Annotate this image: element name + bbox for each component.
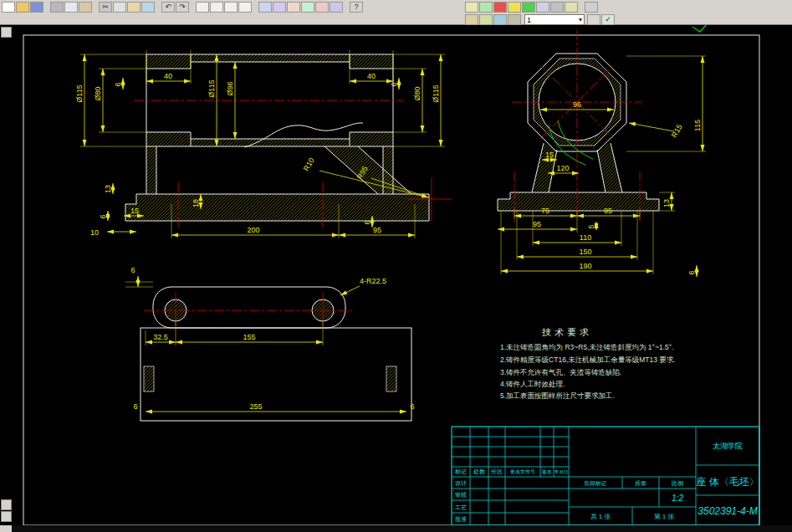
tb-label-mark: 标记 (454, 468, 467, 475)
drawing-sheet: 40 40 6 Ø115 Ø80 Ø115 Ø96 6 Ø80 Ø115 13 … (0, 25, 792, 525)
toolbar-row2-icons (465, 14, 522, 25)
make-layer-current-icon[interactable] (465, 14, 478, 25)
dim-6-plan-left: 6 (133, 402, 137, 411)
layer-freeze-icon[interactable] (493, 14, 507, 25)
dim-96: 96 (573, 100, 581, 109)
named-view-green-icon[interactable] (522, 2, 535, 13)
chevron-down-icon: ▾ (579, 16, 582, 23)
undo-icon[interactable]: ↶ (161, 2, 175, 13)
plan-hatch (144, 299, 396, 391)
plot-preview-icon[interactable] (64, 2, 78, 13)
tb-sheets-total: 共 1 张 (590, 513, 611, 520)
dim-6-lower-right: 6 (363, 220, 371, 224)
plot-icon[interactable] (50, 2, 64, 13)
tb-label-scale: 比例 (672, 480, 683, 487)
plan-view: 6 4-R22.5 32.5 155 255 6 6 (125, 266, 415, 421)
properties-icon[interactable] (258, 2, 272, 13)
redo-icon[interactable]: ↷ (176, 2, 189, 13)
left-dock-button-2[interactable] (1, 511, 12, 522)
render-icon[interactable] (550, 2, 564, 13)
toolbar-row1: ✂↶↷? (2, 1, 364, 13)
dim-6-plan-top: 6 (130, 266, 135, 274)
save-icon[interactable] (30, 2, 43, 13)
new-icon[interactable] (2, 2, 15, 13)
toolbar-row1b (465, 1, 599, 13)
dim-wall-top-right: 6 (390, 82, 398, 86)
layer-previous-icon[interactable] (479, 2, 493, 13)
cut-icon[interactable]: ✂ (99, 2, 112, 13)
toolbar-row2-icons-after: ✓ (587, 14, 616, 25)
tech-line-5: 5.加工表面按图样所注尺寸要求加工. (500, 391, 615, 400)
layer-combo-value: 1 (527, 16, 531, 24)
zoom-previous-icon[interactable] (238, 2, 252, 13)
layer-off-icon[interactable] (508, 14, 521, 25)
dim-110: 110 (580, 233, 591, 242)
dim-dia115-right: Ø115 (432, 84, 440, 102)
tb-scale-value: 1:2 (672, 494, 683, 503)
layer-lock-icon[interactable] (587, 14, 600, 25)
dim-flange-right: 40 (367, 72, 376, 80)
command-bar-strip (0, 525, 792, 532)
drawing-canvas[interactable]: 40 40 6 Ø115 Ø80 Ø115 Ø96 6 Ø80 Ø115 13 … (0, 25, 792, 525)
dim-115: 115 (693, 120, 702, 131)
layer-combo[interactable]: 1 ▾ (524, 14, 585, 25)
help-icon[interactable]: ? (350, 2, 363, 13)
lock-icon[interactable] (565, 2, 578, 13)
check-mark (692, 25, 713, 32)
dim-255: 255 (249, 402, 262, 411)
sheet-set-icon[interactable] (301, 2, 314, 13)
tb-part-name: 座 体〈毛坯〉 (696, 476, 759, 488)
named-view-red-icon[interactable] (493, 2, 507, 13)
dim-5: 5 (587, 224, 595, 228)
tb-label-review: 审核 (455, 492, 467, 499)
osnap-icon[interactable] (585, 2, 598, 13)
tb-label-design: 设计 (455, 480, 467, 486)
command-bar-grip[interactable] (0, 525, 12, 532)
tech-requirements-title: 技术要求 (542, 327, 592, 337)
paste-icon[interactable] (127, 2, 141, 13)
dim-r15: R15 (670, 123, 684, 139)
dim-32-5: 32.5 (153, 333, 168, 341)
dim-dia80-right: Ø80 (413, 86, 422, 100)
tb-label-signature: 签名 (542, 469, 552, 475)
dim-dia115-left: Ø115 (75, 84, 84, 102)
left-dock-button-1[interactable] (1, 499, 12, 510)
dim-13-front: 13 (662, 199, 671, 207)
plan-dim-lines (138, 276, 406, 412)
publish-icon[interactable] (79, 2, 92, 13)
dim-dia80-left: Ø80 (94, 86, 102, 100)
front-leaders (629, 123, 674, 131)
tb-label-date: 年月日 (554, 469, 569, 475)
markup-set-icon[interactable] (315, 2, 329, 13)
dim-4-r22-5: 4-R22.5 (360, 277, 386, 285)
dim-95-right: 95 (604, 207, 612, 215)
tb-drawing-no: 3502391-4-M (697, 505, 757, 517)
dim-wall-top-left: 6 (114, 82, 122, 86)
named-view-yellow-icon[interactable] (508, 2, 521, 13)
layer-properties-icon[interactable] (465, 2, 478, 13)
left-dock-button-top[interactable] (1, 27, 12, 38)
quickcalc-icon[interactable] (330, 2, 343, 13)
sheet-frame (23, 35, 759, 525)
orbit-icon[interactable] (536, 2, 549, 13)
layer-states-icon[interactable] (479, 14, 493, 25)
tech-requirements: 技术要求 1.未注铸造圆角均为 R3~R5,未注铸造斜度均为 1°~1.5°. … (500, 327, 676, 400)
dim-13: 13 (104, 185, 112, 193)
zoom-window-icon[interactable] (224, 2, 238, 13)
dim-95: 95 (373, 226, 381, 234)
match-properties-icon[interactable] (141, 2, 155, 13)
dim-10: 10 (90, 228, 99, 237)
tech-line-1: 1.未注铸造圆角均为 R3~R5,未注铸造斜度均为 1°~1.5°. (500, 343, 674, 351)
apply-icon[interactable]: ✓ (601, 14, 615, 25)
tool-palettes-icon[interactable] (287, 2, 300, 13)
open-icon[interactable] (16, 2, 29, 13)
front-view: 96 115 R15 15 120 75 95 95 5 110 150 190… (498, 30, 706, 277)
designcenter-icon[interactable] (273, 2, 286, 13)
tb-label-zone: 分区 (490, 468, 503, 474)
dim-120: 120 (556, 164, 569, 172)
dim-flange-left: 40 (164, 72, 172, 80)
zoom-realtime-icon[interactable] (210, 2, 223, 13)
tech-line-3: 3.铸件不允许有气孔、夹渣等铸造缺陷. (500, 368, 621, 376)
pan-icon[interactable] (196, 2, 209, 13)
copy-icon[interactable] (113, 2, 126, 13)
